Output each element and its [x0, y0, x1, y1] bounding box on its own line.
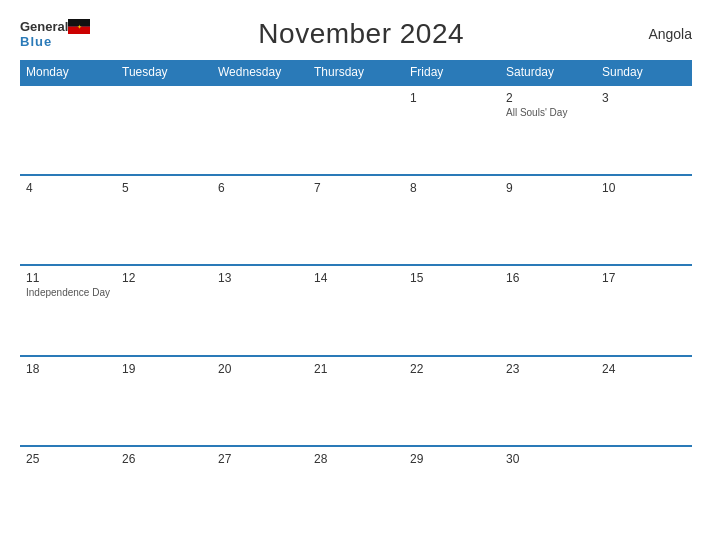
day-number: 23 — [506, 362, 590, 376]
day-number: 21 — [314, 362, 398, 376]
day-number: 12 — [122, 271, 206, 285]
day-number: 30 — [506, 452, 590, 466]
calendar-cell: 20 — [212, 356, 308, 446]
day-number: 16 — [506, 271, 590, 285]
calendar-cell: 14 — [308, 265, 404, 355]
calendar-cell: 5 — [116, 175, 212, 265]
calendar-title: November 2024 — [258, 18, 464, 50]
col-tuesday: Tuesday — [116, 60, 212, 85]
calendar-cell — [212, 85, 308, 175]
col-thursday: Thursday — [308, 60, 404, 85]
day-number: 29 — [410, 452, 494, 466]
day-number: 7 — [314, 181, 398, 195]
col-friday: Friday — [404, 60, 500, 85]
calendar-cell: 21 — [308, 356, 404, 446]
calendar-cell: 10 — [596, 175, 692, 265]
day-number: 15 — [410, 271, 494, 285]
day-number: 4 — [26, 181, 110, 195]
day-number: 13 — [218, 271, 302, 285]
calendar-cell — [116, 85, 212, 175]
logo-general-text: General — [20, 20, 68, 33]
col-monday: Monday — [20, 60, 116, 85]
day-number: 10 — [602, 181, 686, 195]
day-number: 18 — [26, 362, 110, 376]
calendar-cell: 9 — [500, 175, 596, 265]
calendar-cell: 19 — [116, 356, 212, 446]
day-number: 27 — [218, 452, 302, 466]
calendar-cell: 3 — [596, 85, 692, 175]
calendar-cell — [308, 85, 404, 175]
calendar-cell: 28 — [308, 446, 404, 536]
calendar-page: General ✦ Blue Novem — [0, 0, 712, 550]
calendar-cell: 26 — [116, 446, 212, 536]
calendar-cell: 25 — [20, 446, 116, 536]
day-number: 8 — [410, 181, 494, 195]
calendar-cell: 15 — [404, 265, 500, 355]
calendar-header-row: Monday Tuesday Wednesday Thursday Friday… — [20, 60, 692, 85]
logo-flag-icon: ✦ — [68, 19, 90, 34]
day-number: 1 — [410, 91, 494, 105]
calendar-cell: 11Independence Day — [20, 265, 116, 355]
day-number: 24 — [602, 362, 686, 376]
col-sunday: Sunday — [596, 60, 692, 85]
col-wednesday: Wednesday — [212, 60, 308, 85]
calendar-cell: 23 — [500, 356, 596, 446]
calendar-cell — [596, 446, 692, 536]
calendar-cell: 18 — [20, 356, 116, 446]
calendar-cell: 12 — [116, 265, 212, 355]
calendar-cell: 29 — [404, 446, 500, 536]
day-number: 3 — [602, 91, 686, 105]
day-number: 9 — [506, 181, 590, 195]
logo-blue-text: Blue — [20, 34, 52, 49]
day-number: 25 — [26, 452, 110, 466]
day-number: 2 — [506, 91, 590, 105]
calendar-cell: 8 — [404, 175, 500, 265]
day-number: 5 — [122, 181, 206, 195]
calendar-table: Monday Tuesday Wednesday Thursday Friday… — [20, 60, 692, 536]
holiday-label: Independence Day — [26, 287, 110, 298]
day-number: 6 — [218, 181, 302, 195]
calendar-cell: 1 — [404, 85, 500, 175]
calendar-header: General ✦ Blue Novem — [20, 18, 692, 50]
calendar-cell: 6 — [212, 175, 308, 265]
col-saturday: Saturday — [500, 60, 596, 85]
calendar-cell: 24 — [596, 356, 692, 446]
calendar-cell: 17 — [596, 265, 692, 355]
calendar-cell: 13 — [212, 265, 308, 355]
holiday-label: All Souls' Day — [506, 107, 590, 118]
calendar-cell: 7 — [308, 175, 404, 265]
day-number: 20 — [218, 362, 302, 376]
day-number: 14 — [314, 271, 398, 285]
day-number: 11 — [26, 271, 110, 285]
day-number: 26 — [122, 452, 206, 466]
day-number: 19 — [122, 362, 206, 376]
day-number: 17 — [602, 271, 686, 285]
calendar-body: 12All Souls' Day34567891011Independence … — [20, 85, 692, 536]
country-label: Angola — [632, 26, 692, 42]
calendar-cell: 27 — [212, 446, 308, 536]
day-number: 22 — [410, 362, 494, 376]
calendar-cell: 2All Souls' Day — [500, 85, 596, 175]
calendar-cell: 22 — [404, 356, 500, 446]
calendar-cell — [20, 85, 116, 175]
calendar-cell: 16 — [500, 265, 596, 355]
calendar-cell: 4 — [20, 175, 116, 265]
day-number: 28 — [314, 452, 398, 466]
calendar-cell: 30 — [500, 446, 596, 536]
svg-text:✦: ✦ — [77, 24, 82, 30]
logo: General ✦ Blue — [20, 19, 90, 49]
